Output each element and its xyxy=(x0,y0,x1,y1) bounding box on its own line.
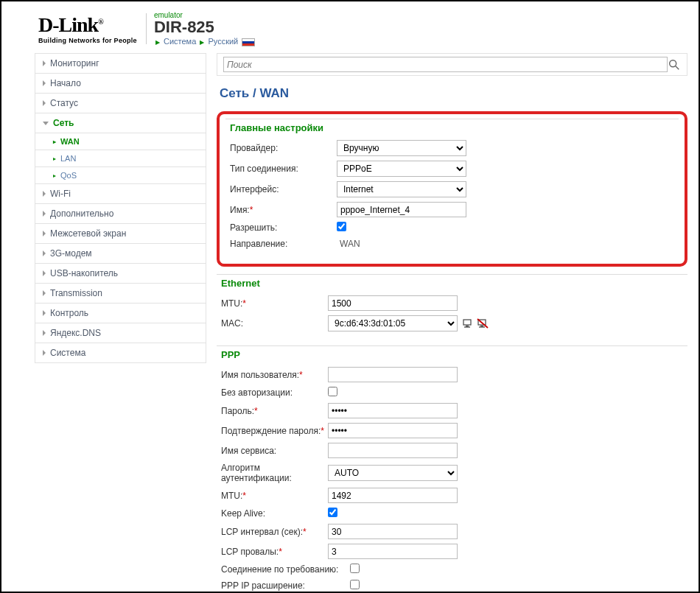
chevron-right-icon: ▶ xyxy=(200,39,204,46)
bullet-icon: ▸ xyxy=(53,138,56,145)
sidebar-item-transmission[interactable]: Transmission xyxy=(35,284,206,303)
main-content: Сеть / WAN Главные настройки Провайдер: … xyxy=(217,53,687,593)
chevron-right-icon xyxy=(43,350,46,356)
chevron-right-icon xyxy=(43,290,46,296)
ppp-lcp-fail-input[interactable] xyxy=(328,544,458,559)
crumb-language[interactable]: Русский xyxy=(208,37,238,46)
chevron-right-icon xyxy=(43,250,46,256)
sidebar-item-control[interactable]: Контроль xyxy=(35,303,206,323)
sidebar-item-yandexdns[interactable]: Яндекс.DNS xyxy=(35,323,206,343)
conn-type-select[interactable]: PPPoE xyxy=(337,161,466,177)
highlighted-main-settings: Главные настройки Провайдер: Вручную Тип… xyxy=(217,111,687,267)
ppp-pass-label: Пароль:* xyxy=(221,406,328,416)
ppp-user-label: Имя пользователя:* xyxy=(221,370,328,380)
model-block: emulator DIR-825 ▶ Система ▶ Русский xyxy=(154,11,255,46)
sidebar: Мониторинг Начало Статус Сеть ▸WAN ▸LAN … xyxy=(35,53,206,593)
section-title-ppp: PPP xyxy=(217,349,687,360)
sidebar-sub-wan[interactable]: ▸WAN xyxy=(35,133,206,150)
ppp-lcp-fail-label: LCP провалы:* xyxy=(221,547,328,557)
conn-type-label: Тип соединения: xyxy=(230,164,337,174)
header-crumbs: ▶ Система ▶ Русский xyxy=(154,37,255,46)
eth-mtu-input[interactable] xyxy=(328,295,458,311)
direction-value: WAN xyxy=(337,239,360,249)
section-title-ethernet: Ethernet xyxy=(217,278,687,289)
ppp-keepalive-checkbox[interactable] xyxy=(328,508,337,517)
chevron-down-icon xyxy=(43,122,49,125)
bullet-icon: ▸ xyxy=(53,155,56,162)
svg-line-1 xyxy=(676,66,679,69)
search-box xyxy=(217,53,687,76)
crumb-system[interactable]: Система xyxy=(164,37,196,46)
allow-label: Разрешить: xyxy=(230,222,337,233)
sidebar-item-3g[interactable]: 3G-модем xyxy=(35,244,206,264)
search-input[interactable] xyxy=(223,57,668,72)
bullet-icon: ▸ xyxy=(53,172,56,179)
flag-ru-icon[interactable] xyxy=(242,38,255,46)
ppp-service-input[interactable] xyxy=(328,443,458,458)
sidebar-item-usb[interactable]: USB-накопитель xyxy=(35,264,206,284)
chevron-right-icon xyxy=(43,60,46,66)
svg-rect-2 xyxy=(463,320,471,325)
chevron-right-icon xyxy=(43,310,46,316)
ppp-noauth-label: Без авторизации: xyxy=(221,387,328,398)
search-icon[interactable] xyxy=(668,58,681,71)
section-title-main: Главные настройки xyxy=(225,122,679,133)
ppp-ondemand-checkbox[interactable] xyxy=(350,564,360,573)
ppp-ondemand-label: Соединение по требованию: xyxy=(221,564,350,575)
chevron-right-icon xyxy=(43,100,46,106)
clone-mac-icon[interactable] xyxy=(462,318,474,329)
chevron-right-icon xyxy=(43,191,46,197)
section-ppp: PPP Имя пользователя:* Без авторизации: … xyxy=(217,345,687,593)
ppp-user-input[interactable] xyxy=(328,367,458,382)
ppp-lcp-int-label: LCP интервал (сек):* xyxy=(221,527,328,537)
sidebar-item-monitoring[interactable]: Мониторинг xyxy=(35,53,206,74)
ppp-pass-input[interactable] xyxy=(328,403,458,418)
name-input[interactable] xyxy=(337,202,466,217)
eth-mac-select[interactable]: 9c:d6:43:3d:01:05 xyxy=(328,315,458,331)
chevron-right-icon xyxy=(43,211,46,217)
ppp-auth-select[interactable]: AUTO xyxy=(328,465,458,481)
sidebar-item-start[interactable]: Начало xyxy=(35,74,206,94)
restore-mac-icon[interactable] xyxy=(477,318,489,329)
ppp-lcp-int-input[interactable] xyxy=(328,524,458,539)
sidebar-item-advanced[interactable]: Дополнительно xyxy=(35,204,206,224)
svg-rect-3 xyxy=(466,326,469,327)
section-ethernet: Ethernet MTU:* MAC: 9c:d6:43:3d:01:05 xyxy=(217,274,687,334)
ppp-noauth-checkbox[interactable] xyxy=(328,387,337,396)
ppp-keepalive-label: Keep Alive: xyxy=(221,508,328,519)
eth-mac-label: MAC: xyxy=(221,318,328,329)
brand-logo: D-Link® xyxy=(38,13,137,37)
ppp-mtu-input[interactable] xyxy=(328,488,458,503)
chevron-right-icon xyxy=(43,330,46,336)
chevron-right-icon xyxy=(43,270,46,276)
sidebar-sub-qos[interactable]: ▸QoS xyxy=(35,167,206,184)
brand-tagline: Building Networks for People xyxy=(38,37,137,44)
ppp-confirm-input[interactable] xyxy=(328,423,458,438)
provider-select[interactable]: Вручную xyxy=(337,140,466,156)
name-label: Имя:* xyxy=(230,205,337,215)
eth-mtu-label: MTU:* xyxy=(221,298,328,309)
model-name: DIR-825 xyxy=(154,19,255,35)
allow-checkbox[interactable] xyxy=(337,222,346,231)
ppp-service-label: Имя сервиса: xyxy=(221,446,328,456)
sidebar-item-wifi[interactable]: Wi-Fi xyxy=(35,184,206,204)
page-title: Сеть / WAN xyxy=(217,86,687,101)
ppp-confirm-label: Подтверждение пароля:* xyxy=(221,426,328,436)
direction-label: Направление: xyxy=(230,239,337,249)
provider-label: Провайдер: xyxy=(230,143,337,153)
ppp-mtu-label: MTU:* xyxy=(221,491,328,501)
chevron-right-icon xyxy=(43,80,46,86)
sidebar-item-status[interactable]: Статус xyxy=(35,94,206,113)
sidebar-item-network[interactable]: Сеть xyxy=(35,113,206,133)
sidebar-sub-lan[interactable]: ▸LAN xyxy=(35,150,206,167)
svg-rect-6 xyxy=(480,326,483,327)
sidebar-item-system[interactable]: Система xyxy=(35,343,206,363)
ppp-auth-label: Алгоритм аутентификации: xyxy=(221,463,328,483)
iface-select[interactable]: Internet xyxy=(337,181,466,197)
svg-point-0 xyxy=(670,60,676,66)
iface-label: Интерфейс: xyxy=(230,184,337,194)
chevron-right-icon: ▶ xyxy=(155,39,160,46)
ppp-ipext-label: PPP IP расширение: xyxy=(221,580,350,591)
sidebar-item-firewall[interactable]: Межсетевой экран xyxy=(35,224,206,244)
ppp-ipext-checkbox[interactable] xyxy=(350,580,360,589)
